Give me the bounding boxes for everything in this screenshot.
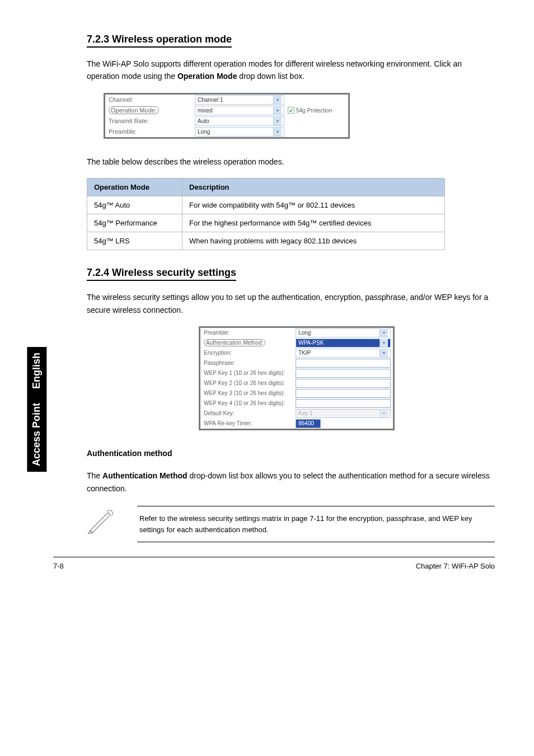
protection-label: 54g Protection: [296, 107, 332, 114]
rekey-field[interactable]: 86400: [296, 419, 321, 428]
auth-heading: Authentication method: [87, 447, 495, 459]
opmode-figure: Channel: Channel 1 ▾ Operation Mode: mix…: [104, 93, 350, 139]
chevron-down-icon: ▾: [273, 106, 282, 115]
passphrase-field[interactable]: [296, 359, 391, 368]
fig2-auth-label: Authentication Method:: [204, 339, 265, 346]
opmode-bold: Operation Mode: [177, 72, 237, 81]
footer-page: 7-8: [53, 562, 64, 570]
fig2-preamble-select[interactable]: Long ▾: [296, 328, 391, 337]
table-row: 54g™ Auto For wide compatibility with 54…: [87, 196, 445, 214]
opmode-label: Operation Mode:: [109, 106, 159, 114]
chevron-down-icon: ▾: [380, 409, 388, 417]
fig2-rekey-label: WPA Re-key Timer:: [200, 420, 296, 426]
preamble-label: Preamble:: [105, 128, 195, 135]
fig2-wep1-label: WEP Key 1 (10 or 26 hex digits):: [200, 370, 296, 376]
fig2-wep2-label: WEP Key 2 (10 or 26 hex digits):: [200, 380, 296, 386]
fig2-wep3-label: WEP Key 3 (10 or 26 hex digits):: [200, 390, 296, 396]
opmode-table-caption: The table below describes the wireless o…: [87, 156, 495, 168]
wep2-field[interactable]: [296, 379, 391, 388]
note-text: Refer to the wireless security settings …: [137, 506, 495, 542]
channel-label: Channel:: [105, 96, 195, 103]
note-block: Refer to the wireless security settings …: [87, 506, 495, 542]
table-row: 54g™ LRS When having problems with legac…: [87, 232, 445, 250]
th-desc: Description: [182, 179, 445, 196]
security-intro: The wireless security settings allow you…: [87, 291, 495, 316]
chevron-down-icon: ▾: [273, 96, 282, 104]
chevron-down-icon: ▾: [273, 128, 282, 136]
fig2-enc-select[interactable]: TKIP ▾: [296, 349, 391, 358]
table-row: 54g™ Performance For the highest perform…: [87, 214, 445, 232]
auth-bold: Authentication Method: [102, 471, 188, 480]
opmode-table: Operation Mode Description 54g™ Auto For…: [87, 178, 445, 250]
chevron-down-icon: ▾: [380, 339, 388, 347]
chevron-down-icon: ▾: [380, 349, 388, 357]
section-heading-opmode: 7.2.3 Wireless operation mode: [87, 34, 232, 48]
side-tab-lang: English: [31, 353, 42, 389]
side-tab-label: Access Point: [31, 403, 42, 466]
fig2-preamble-label: Preamble:: [200, 330, 296, 336]
section-heading-security: 7.2.4 Wireless security settings: [87, 267, 236, 281]
tx-label: Transmit Rate:: [105, 118, 195, 124]
th-opmode: Operation Mode: [87, 179, 182, 196]
auth-para: The Authentication Method drop-down list…: [87, 469, 495, 495]
fig2-pass-label: Passphrase:: [200, 360, 296, 366]
chevron-down-icon: ▾: [380, 328, 388, 337]
pencil-icon: [87, 509, 115, 534]
fig2-auth-select[interactable]: WPA-PSK ▾: [296, 339, 391, 348]
tx-select[interactable]: Auto ▾: [195, 116, 284, 126]
fig2-defkey-select[interactable]: Key 1 ▾: [296, 409, 391, 418]
security-figure: Preamble: Long ▾ Authentication Method: …: [199, 326, 395, 430]
preamble-select[interactable]: Long ▾: [195, 127, 284, 137]
opmode-intro: The WiFi-AP Solo supports different oper…: [87, 58, 495, 83]
wep3-field[interactable]: [296, 389, 391, 398]
wep4-field[interactable]: [296, 399, 391, 408]
fig2-enc-label: Encryption:: [200, 350, 296, 356]
channel-select[interactable]: Channel 1 ▾: [195, 95, 284, 105]
chevron-down-icon: ▾: [273, 117, 282, 125]
opmode-select[interactable]: mixed ▾: [195, 106, 284, 115]
fig2-wep4-label: WEP Key 4 (10 or 26 hex digits):: [200, 400, 296, 406]
footer-chapter: Chapter 7: WiFi-AP Solo: [416, 562, 495, 570]
wep1-field[interactable]: [296, 369, 391, 378]
protection-checkbox[interactable]: ✓: [288, 107, 294, 114]
fig2-defkey-label: Default Key:: [200, 410, 296, 416]
